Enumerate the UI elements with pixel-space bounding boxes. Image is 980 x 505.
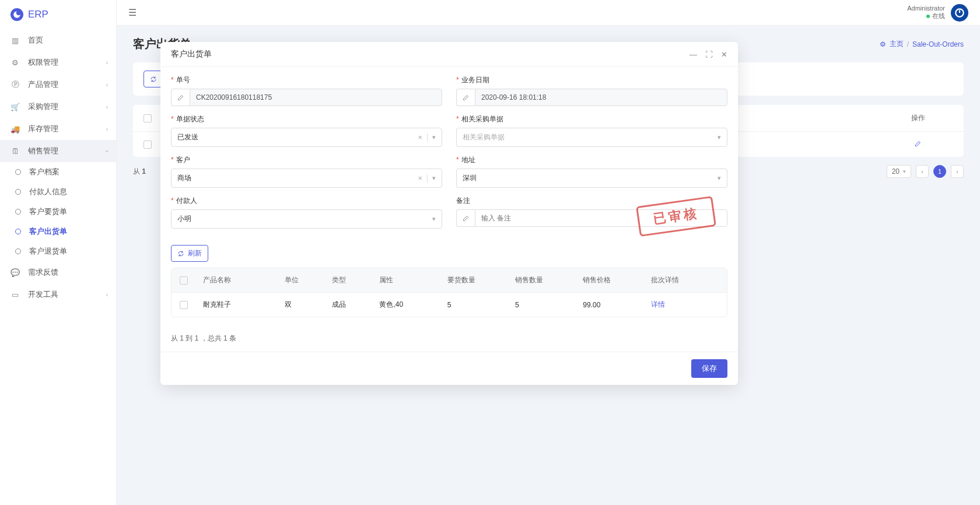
chart-icon: ▥ [10,36,20,45]
edit-icon [171,89,190,106]
edit-icon [456,209,475,227]
edit-icon [456,89,475,106]
chevron-down-icon: ‹ [104,150,110,152]
clear-icon[interactable]: × [418,174,422,183]
chevron-down-icon: ▾ [432,174,436,182]
dashboard-icon: ⚙ [880,40,886,48]
refresh-icon [150,76,157,83]
address-select[interactable]: 深圳 ▾ [456,169,727,188]
refresh-detail-button[interactable]: 刷新 [171,245,208,262]
pagination-info: 从 1 [133,167,146,177]
breadcrumb-home[interactable]: 主页 [890,39,904,49]
edit-icon[interactable] [915,140,922,147]
detail-row: 耐克鞋子 双 成品 黄色,40 5 5 99.00 详情 [172,292,727,317]
page-size-select[interactable]: 20▾ [887,165,911,178]
chat-icon: 💬 [10,268,20,277]
breadcrumb: ⚙ 主页 / Sale-Out-Orders [880,39,964,49]
page-prev-button[interactable]: ‹ [916,165,929,178]
subnav-sale-out-orders[interactable]: 客户出货单 [0,222,116,241]
close-button[interactable]: ✕ [721,50,727,59]
chevron-down-icon: ▾ [718,134,721,141]
customer-select[interactable]: 商场 ×▾ [171,169,442,188]
chevron-down-icon: ▾ [432,134,436,141]
nav-devtools[interactable]: ▭ 开发工具 ‹ [0,283,116,306]
subnav-customer-return[interactable]: 客户退货单 [0,241,116,261]
user-status: 在线 [907,12,945,20]
truck-icon: 🚚 [10,125,20,134]
col-operations: 操作 [883,113,953,123]
chevron-left-icon: ‹ [106,59,108,66]
page-next-button[interactable]: › [951,165,964,178]
sidebar: ERP ▥ 首页 ⚙ 权限管理 ‹ Ⓟ 产品管理 ‹ 🛒 采购管理 ‹ 🚚 库存… [0,0,117,505]
biz-date-input[interactable]: 2020-09-16 18:01:18 [475,89,727,106]
related-select[interactable]: 相关采购单据 ▾ [456,128,727,147]
detail-select-all-checkbox[interactable] [180,276,188,285]
chevron-left-icon: ‹ [106,292,108,298]
logo-text: ERP [28,9,48,20]
modal-title: 客户出货单 [171,49,212,59]
nav-home[interactable]: ▥ 首页 [0,29,116,51]
nav-products[interactable]: Ⓟ 产品管理 ‹ [0,73,116,96]
calendar-icon: 🗓 [10,147,20,156]
menu-toggle-icon[interactable]: ☰ [128,7,136,18]
avatar[interactable] [951,4,968,22]
breadcrumb-current[interactable]: Sale-Out-Orders [912,40,964,48]
chevron-left-icon: ‹ [106,104,108,110]
page-1-button[interactable]: 1 [933,165,946,178]
nav-inventory[interactable]: 🚚 库存管理 ‹ [0,118,116,140]
detail-pagination-info: 从 1 到 1 ，总共 1 条 [160,325,738,352]
chevron-down-icon: ▾ [718,174,721,182]
clear-icon[interactable]: × [418,133,422,142]
chevron-down-icon: ▾ [432,215,436,223]
nav-permissions[interactable]: ⚙ 权限管理 ‹ [0,51,116,73]
minimize-button[interactable]: — [690,50,697,59]
cart-icon: 🛒 [10,103,20,111]
nav-purchase[interactable]: 🛒 采购管理 ‹ [0,96,116,118]
nav-feedback[interactable]: 💬 需求反馈 [0,261,116,283]
save-button[interactable]: 保存 [691,359,727,378]
subnav-payer-info[interactable]: 付款人信息 [0,182,116,202]
tool-icon: ▭ [10,290,20,299]
product-icon: Ⓟ [10,79,20,90]
maximize-button[interactable]: ⛶ [705,50,713,59]
payer-select[interactable]: 小明 ▾ [171,209,442,229]
detail-row-checkbox[interactable] [180,301,188,309]
user-name: Administrator [907,5,945,12]
logo-icon [10,8,23,21]
order-no-input[interactable]: CK20200916180118175 [190,89,442,106]
logo: ERP [0,0,116,29]
row-checkbox[interactable] [144,141,152,149]
subnav-customer-file[interactable]: 客户档案 [0,162,116,182]
refresh-icon [177,250,184,257]
batch-detail-link[interactable]: 详情 [651,300,719,310]
user-area: Administrator 在线 [907,4,968,22]
nav-sales[interactable]: 🗓 销售管理 ‹ [0,140,116,162]
status-select[interactable]: 已发送 ×▾ [171,128,442,147]
topbar: ☰ Administrator 在线 [117,0,980,26]
modal-sale-out-order: 客户出货单 — ⛶ ✕ *单号 CK20200916180118175 *业务日… [160,42,738,385]
chevron-left-icon: ‹ [106,82,108,88]
status-dot-icon [926,15,930,18]
subnav-customer-order[interactable]: 客户要货单 [0,202,116,222]
chevron-left-icon: ‹ [106,126,108,132]
select-all-checkbox[interactable] [144,114,152,122]
gear-icon: ⚙ [10,58,20,67]
